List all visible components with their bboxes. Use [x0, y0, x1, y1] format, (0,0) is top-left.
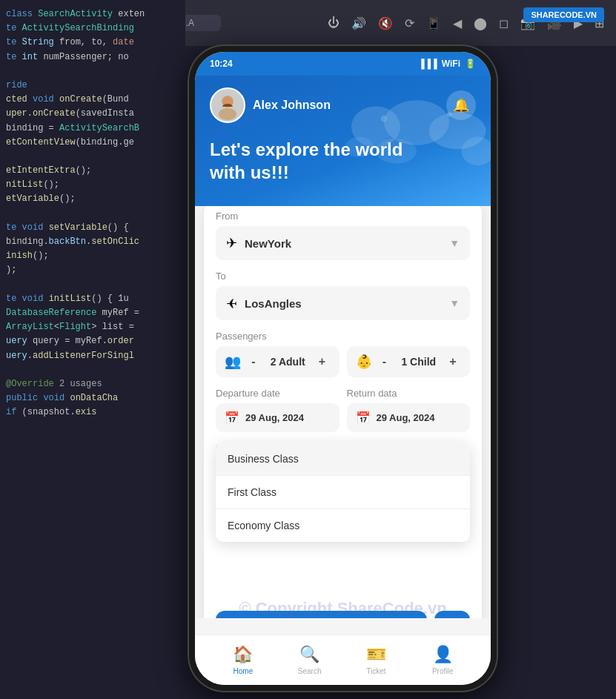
- nav-item-profile[interactable]: 👤 Profile: [409, 645, 476, 675]
- from-label: From: [216, 211, 470, 222]
- dropdown-item-economy[interactable]: Economy Class: [216, 509, 470, 542]
- to-chevron-icon: ▼: [449, 297, 460, 309]
- first-class-label: First Class: [228, 486, 276, 498]
- return-label: Return data: [347, 388, 471, 399]
- user-info: Alex Johnson: [210, 87, 331, 123]
- from-field[interactable]: ✈ NewYork ▼: [216, 226, 470, 260]
- nav-item-home[interactable]: 🏠 Home: [210, 645, 276, 675]
- dates-row: Departure date 📅 29 Aug, 2024 Return dat…: [216, 388, 470, 432]
- return-date-field[interactable]: 📅 29 Aug, 2024: [347, 403, 471, 432]
- return-col: Return data 📅 29 Aug, 2024: [347, 388, 471, 432]
- to-field[interactable]: ✈ LosAngles ▼: [216, 286, 470, 320]
- economy-class-label: Economy Class: [228, 520, 299, 531]
- dropdown-item-business[interactable]: Business Class: [216, 443, 470, 475]
- departure-date-value: 29 Aug, 2024: [245, 412, 304, 423]
- bell-icon: 🔔: [453, 97, 469, 113]
- signal-icon: ▐▐▐: [418, 59, 437, 69]
- landing-icon: ✈: [226, 295, 237, 311]
- child-control: 👶 - 1 Child +: [347, 346, 471, 377]
- wifi-icon: WiFi: [442, 59, 460, 69]
- child-minus-button[interactable]: -: [377, 354, 393, 370]
- rotate-icon[interactable]: ⟳: [405, 16, 414, 30]
- child-icon: 👶: [356, 354, 372, 370]
- mute-icon[interactable]: 🔇: [378, 16, 393, 30]
- adults-icon: 👥: [225, 354, 241, 370]
- add-button[interactable]: +: [434, 611, 470, 618]
- hero-section: Alex Johnson 🔔 Let's explore the world w…: [195, 76, 491, 206]
- dropdown-item-first[interactable]: First Class: [216, 476, 470, 508]
- departure-label: Departure date: [216, 388, 340, 399]
- sharecode-logo: SHARECODE.VN: [523, 7, 604, 22]
- from-value: NewYork: [245, 237, 291, 250]
- to-value: LosAngles: [245, 297, 302, 310]
- profile-nav-label: Profile: [432, 667, 453, 675]
- child-count: 1 Child: [397, 356, 441, 368]
- class-section: Class 💺 Business Class ▼ Business Class: [216, 443, 470, 492]
- from-chevron-icon: ▼: [449, 237, 460, 249]
- svg-point-9: [219, 108, 236, 120]
- code-editor: class SearchActivity exten te ActivitySe…: [0, 0, 185, 699]
- search-nav-icon: 🔍: [299, 645, 319, 664]
- home-nav-label: Home: [234, 667, 254, 675]
- portrait-icon[interactable]: 📱: [426, 16, 441, 30]
- business-class-label: Business Class: [228, 453, 299, 465]
- dates-section: Departure date 📅 29 Aug, 2024 Return dat…: [216, 388, 470, 432]
- child-plus-button[interactable]: +: [445, 354, 461, 370]
- nav-item-search[interactable]: 🔍 Search: [276, 645, 343, 675]
- square-icon[interactable]: ◻: [499, 16, 509, 30]
- hero-title: Let's explore the world with us!!!: [210, 138, 476, 184]
- class-dropdown: Business Class First Class Economy Class: [216, 443, 470, 542]
- return-date-value: 29 Aug, 2024: [377, 412, 435, 423]
- notification-button[interactable]: 🔔: [446, 90, 476, 120]
- search-button[interactable]: Search: [216, 611, 427, 618]
- search-nav-label: Search: [298, 667, 322, 675]
- status-time: 10:24: [210, 59, 233, 69]
- to-label: To: [216, 271, 470, 282]
- volume-icon[interactable]: 🔊: [351, 16, 366, 30]
- profile-nav-icon: 👤: [433, 645, 453, 664]
- home-icon[interactable]: ⬤: [474, 16, 487, 30]
- departure-col: Departure date 📅 29 Aug, 2024: [216, 388, 340, 432]
- user-name: Alex Johnson: [253, 99, 331, 112]
- search-form: From ✈ NewYork ▼ To ✈ LosAngles ▼: [204, 206, 482, 618]
- avatar: [210, 87, 245, 123]
- device-screen: 10:24 ▐▐▐ WiFi 🔋: [195, 52, 491, 685]
- device-frame: 10:24 ▐▐▐ WiFi 🔋: [189, 46, 497, 691]
- calendar-icon: 📅: [225, 411, 239, 425]
- status-bar: 10:24 ▐▐▐ WiFi 🔋: [195, 52, 491, 76]
- adult-minus-button[interactable]: -: [245, 354, 262, 370]
- passengers-label: Passengers: [216, 331, 470, 342]
- takeoff-icon: ✈: [226, 235, 237, 251]
- ticket-nav-label: Ticket: [366, 667, 385, 675]
- adult-plus-button[interactable]: +: [314, 354, 331, 370]
- user-row: Alex Johnson 🔔: [210, 87, 476, 123]
- nav-item-ticket[interactable]: 🎫 Ticket: [343, 645, 410, 675]
- adult-control: 👥 - 2 Adult +: [216, 346, 340, 377]
- back-icon[interactable]: ◀: [453, 16, 462, 30]
- bottom-nav: 🏠 Home 🔍 Search 🎫 Ticket 👤 Profile: [195, 635, 491, 685]
- adult-count: 2 Adult: [266, 356, 310, 368]
- battery-icon: 🔋: [465, 59, 476, 69]
- departure-date-field[interactable]: 📅 29 Aug, 2024: [216, 403, 340, 432]
- power-icon[interactable]: ⏻: [328, 16, 340, 30]
- home-nav-icon: 🏠: [233, 645, 253, 664]
- passengers-section: Passengers 👥 - 2 Adult + 👶 - 1 Child: [216, 331, 470, 377]
- ticket-nav-icon: 🎫: [366, 645, 386, 664]
- return-calendar-icon: 📅: [356, 411, 371, 425]
- passengers-row: 👥 - 2 Adult + 👶 - 1 Child +: [216, 346, 470, 377]
- button-row: Search +: [216, 611, 470, 618]
